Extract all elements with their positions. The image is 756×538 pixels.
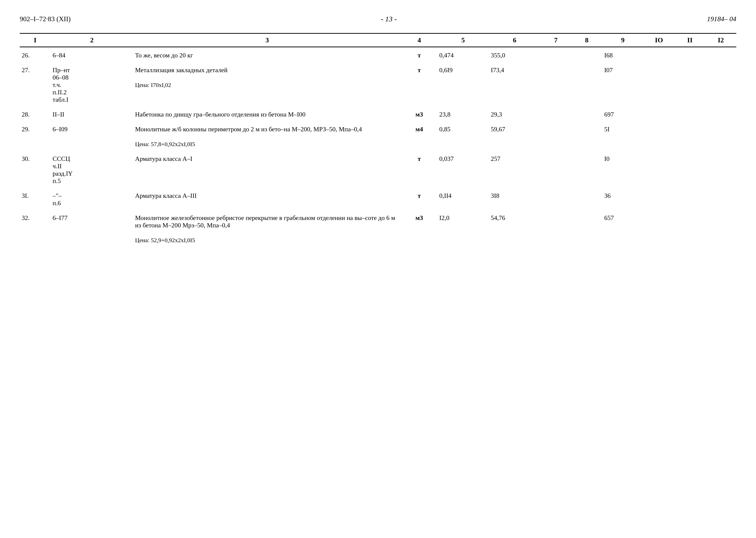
row-unit: м3: [401, 209, 437, 246]
row-unit: м4: [401, 120, 437, 150]
row-col9: I0: [602, 150, 643, 187]
row-col11: [675, 187, 706, 209]
row-col11: [675, 61, 706, 105]
row-col10: [643, 187, 675, 209]
row-col7: [540, 61, 571, 105]
row-col5: 0,II4: [437, 187, 489, 209]
row-col8: [571, 187, 602, 209]
row-col7: [540, 120, 571, 150]
row-unit: т: [401, 61, 437, 105]
row-col6: 257: [489, 150, 540, 187]
page-header: 902–I–72·83 (XII) - 13 - 19184– 04: [20, 15, 736, 23]
row-code: 6–84: [51, 47, 133, 61]
header-center: - 13 -: [381, 15, 397, 23]
row-col5: 23,8: [437, 105, 489, 120]
row-col6: 3I8: [489, 187, 540, 209]
row-col8: [571, 209, 602, 246]
table-row: 32. 6–I77 Монолитное железобетонное ребр…: [20, 209, 736, 246]
row-desc: То же, весом до 20 кг: [133, 47, 401, 61]
row-col5: 0,85: [437, 120, 489, 150]
row-col9: 5I: [602, 120, 643, 150]
column-headers: I 2 3 4 5 6 7 8 9 IO II I2: [20, 33, 736, 47]
row-col8: [571, 61, 602, 105]
row-col7: [540, 187, 571, 209]
row-num: 30.: [20, 150, 51, 187]
col-header-2: 2: [51, 33, 133, 47]
row-col7: [540, 209, 571, 246]
row-col10: [643, 47, 675, 61]
col-header-11: II: [675, 33, 706, 47]
row-num: 3I.: [20, 187, 51, 209]
row-col8: [571, 105, 602, 120]
header-right: 19184– 04: [707, 15, 736, 23]
col-header-12: I2: [705, 33, 736, 47]
main-table: I 2 3 4 5 6 7 8 9 IO II I2 26. 6–84 То ж…: [20, 33, 736, 246]
row-col12: [705, 105, 736, 120]
row-col6: 355,0: [489, 47, 540, 61]
row-col10: [643, 105, 675, 120]
row-col10: [643, 209, 675, 246]
row-col9: 36: [602, 187, 643, 209]
row-col6: I73,4: [489, 61, 540, 105]
row-col8: [571, 120, 602, 150]
row-num: 29.: [20, 120, 51, 150]
row-col9: 697: [602, 105, 643, 120]
row-col11: [675, 120, 706, 150]
row-unit: т: [401, 47, 437, 61]
row-col12: [705, 120, 736, 150]
row-col11: [675, 150, 706, 187]
row-col12: [705, 209, 736, 246]
row-desc: Набетонка по днищу гра–бельного отделени…: [133, 105, 401, 120]
table-row: 30. СССЦч.IIразд.IYп.5 Арматура класса А…: [20, 150, 736, 187]
row-desc: Арматура класса А–III: [133, 187, 401, 209]
row-code: 6–I09: [51, 120, 133, 150]
row-num: 32.: [20, 209, 51, 246]
row-col10: [643, 150, 675, 187]
row-unit: т: [401, 150, 437, 187]
table-row: 3I. –"–п.6 Арматура класса А–III т 0,II4…: [20, 187, 736, 209]
row-num: 28.: [20, 105, 51, 120]
row-desc: Арматура класса А–I: [133, 150, 401, 187]
row-col6: 54,76: [489, 209, 540, 246]
row-unit: т: [401, 187, 437, 209]
col-header-8: 8: [571, 33, 602, 47]
row-code: Пр–нт06–08т.ч.п.II.2табл.I: [51, 61, 133, 105]
row-col9: I07: [602, 61, 643, 105]
row-code: СССЦч.IIразд.IYп.5: [51, 150, 133, 187]
row-col6: 29,3: [489, 105, 540, 120]
row-col12: [705, 47, 736, 61]
row-desc: Монолитные ж/б колонны периметром до 2 м…: [133, 120, 401, 150]
row-col10: [643, 120, 675, 150]
row-col5: I2,0: [437, 209, 489, 246]
row-desc: Монолитное железобетонное ребристое пере…: [133, 209, 401, 246]
col-header-9: 9: [602, 33, 643, 47]
row-col9: 657: [602, 209, 643, 246]
col-header-6: 6: [489, 33, 540, 47]
row-code: 6–I77: [51, 209, 133, 246]
row-col9: I68: [602, 47, 643, 61]
row-col5: 0,037: [437, 150, 489, 187]
row-col10: [643, 61, 675, 105]
table-row: 29. 6–I09 Монолитные ж/б колонны перимет…: [20, 120, 736, 150]
row-col12: [705, 61, 736, 105]
table-row: 28. II–II Набетонка по днищу гра–бельног…: [20, 105, 736, 120]
col-header-5: 5: [437, 33, 489, 47]
col-header-10: IO: [643, 33, 675, 47]
row-num: 26.: [20, 47, 51, 61]
row-col7: [540, 47, 571, 61]
table-row: 26. 6–84 То же, весом до 20 кг т 0,474 3…: [20, 47, 736, 61]
col-header-4: 4: [401, 33, 437, 47]
table-row: 27. Пр–нт06–08т.ч.п.II.2табл.I Металлиза…: [20, 61, 736, 105]
row-col11: [675, 209, 706, 246]
row-col8: [571, 47, 602, 61]
row-col11: [675, 105, 706, 120]
row-desc: Металлизация закладных деталейЦена: I70х…: [133, 61, 401, 105]
header-left: 902–I–72·83 (XII): [20, 15, 71, 23]
row-col7: [540, 150, 571, 187]
row-col7: [540, 105, 571, 120]
row-code: –"–п.6: [51, 187, 133, 209]
row-num: 27.: [20, 61, 51, 105]
row-unit: м3: [401, 105, 437, 120]
row-col12: [705, 187, 736, 209]
row-col5: 0,474: [437, 47, 489, 61]
